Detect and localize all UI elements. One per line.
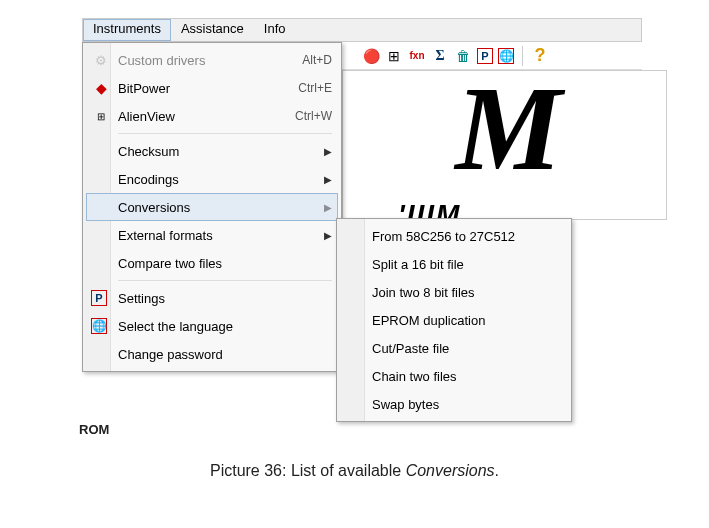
submenu-item-label: From 58C256 to 27C512: [372, 229, 515, 244]
menu-item-label: Conversions: [118, 200, 190, 215]
submenu-arrow-icon: ▶: [324, 146, 332, 157]
menu-assistance[interactable]: Assistance: [171, 19, 254, 41]
globe-icon: 🌐: [91, 318, 107, 334]
shortcut-label: Ctrl+W: [295, 109, 332, 123]
submenu-item-label: EPROM duplication: [372, 313, 485, 328]
rom-label: ROM: [79, 422, 109, 437]
menu-item-label: Change password: [118, 347, 223, 362]
menu-item-label: AlienView: [118, 109, 175, 124]
submenu-arrow-icon: ▶: [324, 230, 332, 241]
tool-red-icon[interactable]: 🔴: [362, 47, 380, 65]
menu-item-label: BitPower: [118, 81, 170, 96]
shortcut-label: Alt+D: [302, 53, 332, 67]
logo-letter: M: [455, 81, 554, 177]
tool-trash-icon[interactable]: 🗑: [454, 47, 472, 65]
menu-item-bitpower[interactable]: ◆ BitPower Ctrl+E: [86, 74, 338, 102]
submenu-item-label: Join two 8 bit files: [372, 285, 475, 300]
submenu-item-split-16bit[interactable]: Split a 16 bit file: [340, 250, 568, 278]
instruments-dropdown: ⚙ Custom drivers Alt+D ◆ BitPower Ctrl+E…: [82, 42, 342, 372]
menu-item-settings[interactable]: P Settings: [86, 284, 338, 312]
menu-info[interactable]: Info: [254, 19, 296, 41]
menu-item-external-formats[interactable]: External formats ▶: [86, 221, 338, 249]
tool-fxn-icon[interactable]: fxn: [408, 47, 426, 65]
tool-globe-icon[interactable]: 🌐: [498, 48, 514, 64]
menu-divider: [118, 280, 332, 281]
shortcut-label: Ctrl+E: [298, 81, 332, 95]
menu-item-select-language[interactable]: 🌐 Select the language: [86, 312, 338, 340]
menu-item-label: Select the language: [118, 319, 233, 334]
menu-item-custom-drivers[interactable]: ⚙ Custom drivers Alt+D: [86, 46, 338, 74]
submenu-item-label: Split a 16 bit file: [372, 257, 464, 272]
menu-divider: [118, 133, 332, 134]
submenu-item-label: Cut/Paste file: [372, 341, 449, 356]
figure-caption: Picture 36: List of available Conversion…: [0, 462, 709, 480]
menu-item-label: Settings: [118, 291, 165, 306]
menu-item-change-password[interactable]: Change password: [86, 340, 338, 368]
menu-item-label: External formats: [118, 228, 213, 243]
tool-p-icon[interactable]: P: [477, 48, 493, 64]
submenu-item-eprom-dup[interactable]: EPROM duplication: [340, 306, 568, 334]
caption-em: Conversions: [406, 462, 495, 479]
custom-drivers-icon: ⚙: [91, 50, 111, 70]
submenu-item-cut-paste[interactable]: Cut/Paste file: [340, 334, 568, 362]
tool-sigma-icon[interactable]: Σ: [431, 47, 449, 65]
menu-item-compare[interactable]: Compare two files: [86, 249, 338, 277]
caption-prefix: Picture 36: List of available: [210, 462, 406, 479]
submenu-item-58c256[interactable]: From 58C256 to 27C512: [340, 222, 568, 250]
tool-help-icon[interactable]: ?: [531, 47, 549, 65]
menu-item-label: Encodings: [118, 172, 179, 187]
submenu-item-label: Chain two files: [372, 369, 457, 384]
submenu-item-label: Swap bytes: [372, 397, 439, 412]
alienview-icon: ⊞: [91, 106, 111, 126]
menu-item-encodings[interactable]: Encodings ▶: [86, 165, 338, 193]
submenu-item-chain[interactable]: Chain two files: [340, 362, 568, 390]
submenu-arrow-icon: ▶: [324, 202, 332, 213]
caption-suffix: .: [495, 462, 499, 479]
menu-item-label: Compare two files: [118, 256, 222, 271]
submenu-item-swap-bytes[interactable]: Swap bytes: [340, 390, 568, 418]
tool-grid-icon[interactable]: ⊞: [385, 47, 403, 65]
toolbar-separator: [522, 46, 523, 66]
bitpower-icon: ◆: [91, 78, 111, 98]
menu-item-conversions[interactable]: Conversions ▶: [86, 193, 338, 221]
submenu-item-join-8bit[interactable]: Join two 8 bit files: [340, 278, 568, 306]
menu-instruments[interactable]: Instruments: [83, 19, 171, 41]
content-viewport: M 'IIIM: [342, 70, 667, 220]
menu-item-checksum[interactable]: Checksum ▶: [86, 137, 338, 165]
settings-icon: P: [91, 290, 107, 306]
menu-item-label: Custom drivers: [118, 53, 205, 68]
menu-item-alienview[interactable]: ⊞ AlienView Ctrl+W: [86, 102, 338, 130]
conversions-submenu: From 58C256 to 27C512 Split a 16 bit fil…: [336, 218, 572, 422]
logo-subtext: 'IIIM: [398, 199, 461, 220]
menubar: Instruments Assistance Info: [82, 18, 642, 42]
menu-item-label: Checksum: [118, 144, 179, 159]
submenu-arrow-icon: ▶: [324, 174, 332, 185]
